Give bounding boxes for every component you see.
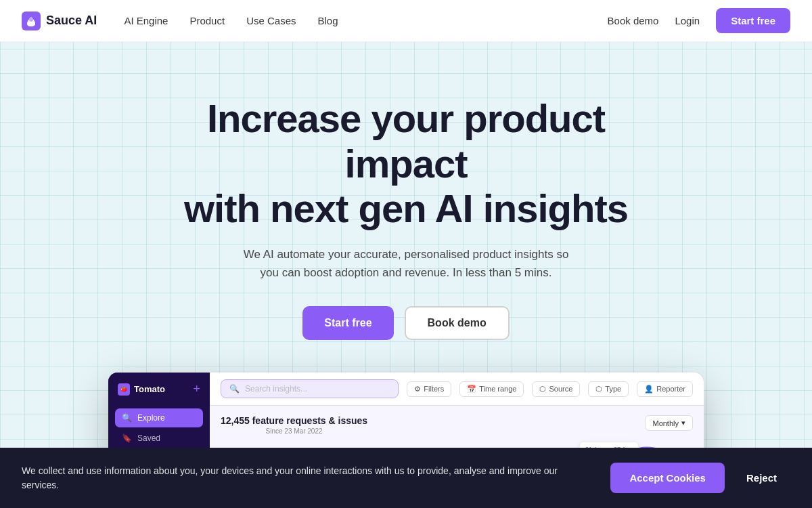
app-toolbar: 🔍 Search insights... ⚙ Filters 📅 Time ra… — [210, 373, 704, 406]
filter-chip-type[interactable]: ⬡ Type — [588, 381, 629, 397]
accept-cookies-button[interactable]: Accept Cookies — [610, 463, 725, 493]
logo-icon — [22, 12, 41, 30]
start-free-hero-button[interactable]: Start free — [302, 306, 393, 340]
reject-button[interactable]: Reject — [733, 463, 790, 493]
cookie-text: We collect and use information about you… — [22, 464, 563, 492]
chevron-down-icon: ▾ — [681, 419, 685, 427]
cookie-banner: We collect and use information about you… — [0, 448, 812, 508]
type-icon: ⬡ — [595, 385, 602, 394]
search-bar[interactable]: 🔍 Search insights... — [221, 379, 399, 398]
nav-ai-engine[interactable]: AI Engine — [124, 15, 168, 26]
book-demo-link[interactable]: Book demo — [608, 15, 659, 26]
hero-title: Increase your product impact with next g… — [169, 96, 643, 232]
filter-chip-filters[interactable]: ⚙ Filters — [407, 381, 451, 397]
filter-chip-time[interactable]: 📅 Time range — [459, 381, 524, 397]
brand-name: Tomato — [134, 384, 165, 394]
start-free-nav-button[interactable]: Start free — [716, 8, 790, 33]
logo-text: Sauce AI — [46, 14, 97, 28]
reporter-icon: 👤 — [644, 385, 654, 394]
sidebar-saved-label: Saved — [137, 433, 160, 443]
monthly-label: Monthly — [652, 419, 679, 427]
svg-point-1 — [29, 18, 33, 22]
hero-title-line1: Increase your product impact — [207, 96, 605, 186]
brand-icon: 🍅 — [118, 383, 130, 396]
hero-buttons: Start free Book demo — [302, 306, 509, 340]
filter-icon: ⚙ — [414, 385, 421, 394]
nav-right: Book demo Login Start free — [608, 8, 790, 33]
sidebar-brand: 🍅 Tomato — [118, 383, 165, 396]
feature-since: Since 23 Mar 2022 — [221, 427, 367, 435]
app-content-header: 12,455 feature requests & issues Since 2… — [221, 415, 693, 435]
navbar: Sauce AI AI Engine Product Use Cases Blo… — [0, 0, 812, 42]
hero-title-line2: with next gen AI insights — [184, 186, 628, 230]
nav-links: AI Engine Product Use Cases Blog — [124, 15, 338, 26]
monthly-select[interactable]: Monthly ▾ — [645, 415, 693, 431]
filter-chip-reporter[interactable]: 👤 Reporter — [637, 381, 693, 397]
hero-section: Increase your product impact with next g… — [0, 42, 812, 508]
nav-blog[interactable]: Blog — [317, 15, 338, 26]
filter-chip-source[interactable]: ⬡ Source — [532, 381, 580, 397]
sidebar-item-saved[interactable]: 🔖 Saved — [115, 429, 203, 448]
cookie-buttons: Accept Cookies Reject — [610, 463, 790, 493]
sidebar-explore-label: Explore — [137, 413, 165, 423]
feature-info: 12,455 feature requests & issues Since 2… — [221, 415, 367, 435]
sidebar-header: 🍅 Tomato + — [115, 382, 203, 396]
login-link[interactable]: Login — [675, 15, 700, 26]
calendar-icon: 📅 — [467, 385, 476, 394]
logo[interactable]: Sauce AI — [22, 12, 97, 30]
nav-use-cases[interactable]: Use Cases — [246, 15, 296, 26]
saved-icon: 🔖 — [122, 433, 132, 443]
search-icon: 🔍 — [229, 384, 240, 394]
feature-count: 12,455 feature requests & issues — [221, 415, 367, 426]
hero-subtitle: We AI automate your accurate, personalis… — [237, 245, 575, 282]
sidebar-item-explore[interactable]: 🔍 Explore — [115, 408, 203, 427]
search-placeholder: Search insights... — [245, 384, 307, 394]
nav-product[interactable]: Product — [189, 15, 225, 26]
source-icon: ⬡ — [539, 385, 546, 394]
add-button[interactable]: + — [193, 382, 200, 396]
book-demo-hero-button[interactable]: Book demo — [405, 306, 510, 340]
explore-icon: 🔍 — [122, 413, 132, 423]
